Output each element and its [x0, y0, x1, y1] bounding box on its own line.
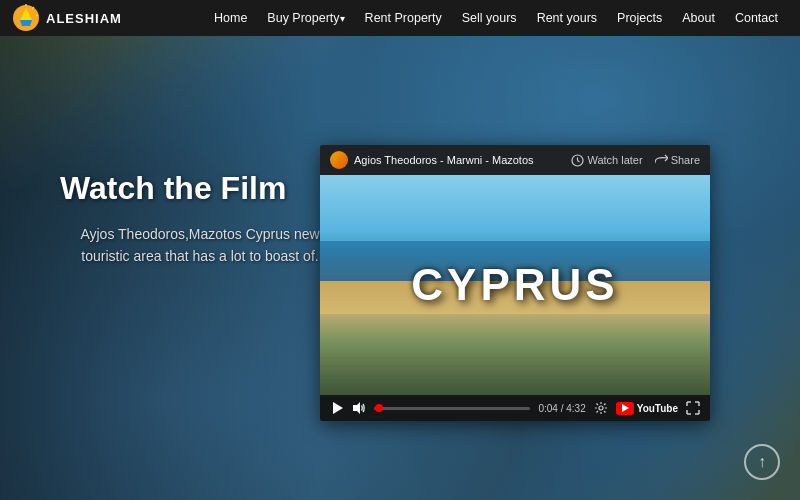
svg-marker-11 [353, 402, 360, 414]
nav-buy-property[interactable]: Buy Property [257, 0, 354, 36]
logo-icon [12, 4, 40, 32]
settings-button[interactable] [594, 401, 608, 415]
progress-bar[interactable] [374, 407, 530, 410]
video-header-left: Agios Theodoros - Marwni - Mazotos [330, 151, 534, 169]
svg-line-9 [578, 160, 580, 162]
clock-icon [571, 154, 584, 167]
nav-sell-yours[interactable]: Sell yours [452, 0, 527, 36]
hero-title: Watch the Film [60, 170, 340, 207]
time-display: 0:04 / 4:32 [538, 403, 585, 414]
youtube-logo[interactable]: YouTube [616, 402, 678, 415]
video-overlay-text: CYPRUS [411, 260, 618, 310]
svg-point-12 [599, 406, 603, 410]
volume-button[interactable] [352, 401, 366, 415]
logo-text: ALESHIAM [46, 11, 122, 26]
hero-content: Watch the Film Ayjos Theodoros,Mazotos C… [60, 170, 340, 268]
nav-rent-yours[interactable]: Rent yours [527, 0, 607, 36]
share-icon [655, 154, 668, 167]
volume-icon [352, 401, 366, 415]
nav-projects[interactable]: Projects [607, 0, 672, 36]
video-header: Agios Theodoros - Marwni - Mazotos Watch… [320, 145, 710, 175]
video-main[interactable]: CYPRUS [320, 175, 710, 395]
nav-rent-property[interactable]: Rent Property [355, 0, 452, 36]
nav-links: Home Buy Property Rent Property Sell you… [204, 0, 788, 36]
youtube-label: YouTube [637, 403, 678, 414]
fullscreen-button[interactable] [686, 401, 700, 415]
video-controls: 0:04 / 4:32 YouTube [320, 395, 710, 421]
svg-line-6 [36, 15, 38, 16]
fullscreen-icon [686, 401, 700, 415]
channel-name: Agios Theodoros - Marwni - Mazotos [354, 154, 534, 166]
logo[interactable]: ALESHIAM [12, 4, 122, 32]
nav-about[interactable]: About [672, 0, 725, 36]
nav-contact[interactable]: Contact [725, 0, 788, 36]
watch-later-btn[interactable]: Watch later [571, 154, 642, 167]
play-icon [330, 401, 344, 415]
controls-right: YouTube [594, 401, 700, 415]
nav-home[interactable]: Home [204, 0, 257, 36]
hero-description: Ayjos Theodoros,Mazotos Cyprus new touri… [60, 223, 340, 268]
hero-section: Watch the Film Ayjos Theodoros,Mazotos C… [0, 0, 800, 500]
play-button[interactable] [330, 401, 344, 415]
scroll-up-button[interactable]: ↑ [744, 444, 780, 480]
progress-dot [375, 404, 383, 412]
navbar: ALESHIAM Home Buy Property Rent Property… [0, 0, 800, 36]
share-btn[interactable]: Share [655, 154, 700, 167]
video-player[interactable]: Agios Theodoros - Marwni - Mazotos Watch… [320, 145, 710, 421]
svg-marker-3 [20, 20, 32, 26]
video-header-right: Watch later Share [571, 154, 700, 167]
youtube-play-icon [622, 404, 629, 412]
youtube-icon [616, 402, 634, 415]
watch-later-label: Watch later [587, 154, 642, 166]
share-label: Share [671, 154, 700, 166]
svg-marker-10 [333, 402, 343, 414]
settings-icon [594, 401, 608, 415]
channel-avatar [330, 151, 348, 169]
